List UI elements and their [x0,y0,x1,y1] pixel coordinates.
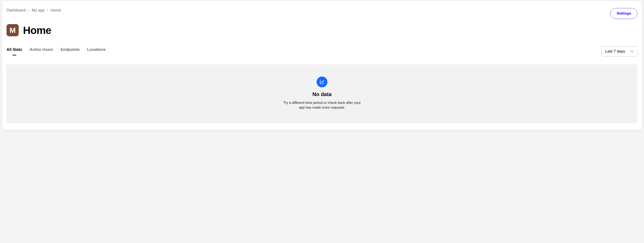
time-period-select[interactable]: Last 7 days [602,46,638,56]
breadcrumb-item-current[interactable]: Home [50,8,61,12]
tabs: All Stats Active Users Endpoints Locatio… [6,48,106,56]
top-row: Dashboard My app Home Settings [6,8,638,19]
tab-all-stats[interactable]: All Stats [6,48,22,56]
breadcrumb: Dashboard My app Home [6,8,61,12]
chevron-right-icon [47,9,48,12]
chevron-right-icon [28,9,30,12]
page-title: Home [23,24,51,36]
title-row: M Home [6,24,638,36]
tab-endpoints[interactable]: Endpoints [60,48,80,56]
settings-button[interactable]: Settings [610,8,638,19]
breadcrumb-item-app[interactable]: My app [32,8,44,12]
chevron-down-icon [630,50,634,52]
chart-icon [316,76,328,88]
dashboard-card: Dashboard My app Home Settings M Home Al… [2,1,642,130]
time-period-label: Last 7 days [605,49,625,54]
empty-state-title: No data [312,91,332,97]
empty-state-panel: No data Try a different time period or c… [6,64,638,123]
empty-state-message: Try a different time period or check bac… [283,100,361,110]
tabs-row: All Stats Active Users Endpoints Locatio… [6,46,638,56]
tab-active-users[interactable]: Active Users [30,48,53,56]
tab-locations[interactable]: Locations [87,48,106,56]
app-icon: M [6,24,19,36]
breadcrumb-item-dashboard[interactable]: Dashboard [6,8,26,12]
